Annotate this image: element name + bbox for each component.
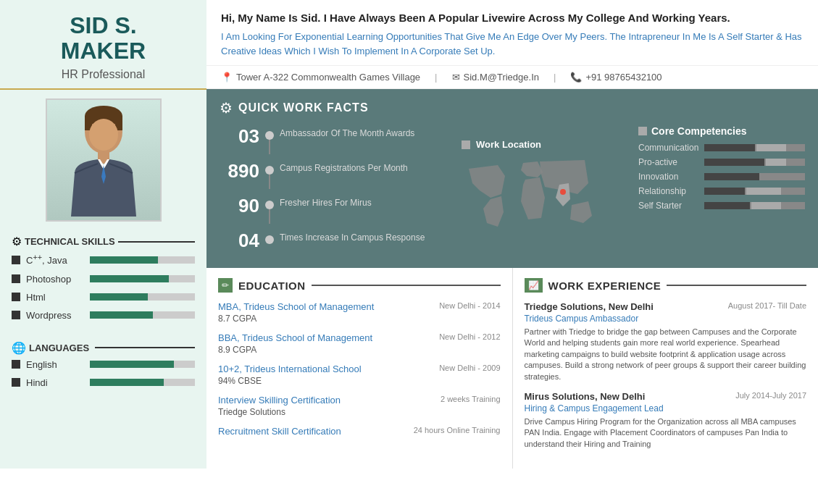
lang-item: English <box>12 359 195 370</box>
work-title-row: Triedge Solutions, New Delhi August 2017… <box>525 301 807 312</box>
edu-location: 2 weeks Training <box>441 395 501 403</box>
skill-dot <box>12 311 20 319</box>
work-location-title: Work Location <box>476 139 541 150</box>
edu-title-row: Interview Skilling Certification 2 weeks… <box>218 395 501 406</box>
work-dates: July 2014-July 2017 <box>735 391 806 400</box>
bio-description: I Am Looking For Exponential Learning Op… <box>221 30 804 58</box>
svg-point-4 <box>89 119 118 151</box>
work-role: Trideus Campus Ambassador <box>525 314 807 324</box>
contact-phone: 📞 +91 98765432100 <box>570 72 662 83</box>
contact-separator: | <box>435 72 437 83</box>
qf-stat-row: 890 Campus Registrations Per Month <box>220 160 430 189</box>
lang-bar <box>90 361 195 368</box>
work-item: Triedge Solutions, New Delhi August 2017… <box>525 301 807 382</box>
work-location-section: Work Location <box>430 125 638 258</box>
qf-number: 890 <box>220 160 259 182</box>
qf-connector <box>265 166 274 189</box>
lang-dot <box>12 378 20 387</box>
edu-title-row: Recruitment Skill Certification 24 hours… <box>218 426 501 437</box>
work-title: WORK EXPERIENCE <box>548 280 662 292</box>
qf-connector <box>265 235 274 244</box>
comp-bar <box>704 173 805 180</box>
work-company: Mirus Solutions, New Delhi <box>525 391 646 402</box>
comp-square-icon <box>638 127 647 135</box>
edu-degree: MBA, Trideus School of Management <box>218 301 374 312</box>
skill-item: C++, Java <box>12 253 195 266</box>
avatar <box>46 98 162 222</box>
comp-item: Pro-active <box>638 157 805 167</box>
qf-label: Fresher Hires For Mirus <box>280 195 372 209</box>
comp-bar <box>704 202 805 209</box>
location-square-icon <box>462 140 470 149</box>
skill-name: Photoshop <box>26 274 84 285</box>
languages-title: LANGUAGES <box>29 343 89 353</box>
world-map <box>462 154 606 241</box>
qf-label: Ambassador Of The Month Awards <box>280 125 414 140</box>
skill-item: Wordpress <box>12 310 195 321</box>
skill-bar <box>90 311 195 319</box>
skill-bar <box>90 275 195 282</box>
qf-number: 03 <box>220 125 259 148</box>
avatar-container <box>0 90 206 230</box>
skill-dot <box>12 256 20 264</box>
phone-icon: 📞 <box>570 72 582 83</box>
work-description: Partner with Triedge to bridge the gap b… <box>525 327 807 382</box>
edu-title-row: MBA, Trideus School of Management New De… <box>218 301 501 312</box>
qf-title: QUICK WORK FACTS <box>238 101 369 114</box>
qf-stats: 03 Ambassador Of The Month Awards 890 Ca… <box>220 125 430 258</box>
contact-bar: 📍 Tower A-322 Commonwealth Games Village… <box>206 65 818 89</box>
technical-skills-header: ⚙ TECHNICAL SKILLS <box>0 230 206 250</box>
main-content: Hi, My Name Is Sid. I Have Always Been A… <box>206 0 818 469</box>
comp-item: Communication <box>638 143 805 153</box>
lang-name: English <box>26 359 84 370</box>
edu-degree: 10+2, Trideus International School <box>218 364 362 374</box>
work-dates: August 2017- Till Date <box>728 301 806 310</box>
pencil-icon: ✏ <box>218 278 233 293</box>
comp-label: Self Starter <box>638 201 700 211</box>
qf-content: 03 Ambassador Of The Month Awards 890 Ca… <box>220 125 805 258</box>
sidebar-header: SID S. MAKER HR Professional <box>0 0 206 90</box>
skill-name: Html <box>26 292 84 303</box>
edu-location: New Delhi - 2009 <box>439 364 500 372</box>
languages-header: 🌐 LANGUAGES <box>0 337 206 356</box>
skill-name: C++, Java <box>26 253 84 266</box>
skill-dot <box>12 274 20 283</box>
edu-detail: 94% CBSE <box>218 376 501 386</box>
technical-skills-title: TECHNICAL SKILLS <box>25 236 115 247</box>
qf-label: Campus Registrations Per Month <box>280 160 408 175</box>
comp-label: Communication <box>638 143 700 153</box>
comp-bar <box>704 159 805 166</box>
quick-facts-section: ⚙ QUICK WORK FACTS 03 Ambassador Of The … <box>206 89 818 268</box>
edu-location: 24 hours Online Training <box>414 426 501 434</box>
work-company: Triedge Solutions, New Delhi <box>525 301 654 312</box>
lang-bar <box>90 379 195 386</box>
edu-item: MBA, Trideus School of Management New De… <box>218 301 501 324</box>
skill-bar <box>90 256 195 264</box>
bio-section: Hi, My Name Is Sid. I Have Always Been A… <box>206 0 818 65</box>
comp-bar <box>704 144 805 151</box>
skill-bar <box>90 293 195 301</box>
skill-item: Photoshop <box>12 274 195 285</box>
qf-number: 90 <box>220 195 259 217</box>
edu-item: Interview Skilling Certification 2 weeks… <box>218 395 501 417</box>
heading-divider <box>667 285 806 286</box>
work-role: Hiring & Campus Engagement Lead <box>525 403 807 413</box>
email-icon: ✉ <box>452 72 460 83</box>
qf-stat-row: 04 Times Increase In Campus Response <box>220 230 430 252</box>
edu-degree: Interview Skilling Certification <box>218 395 341 406</box>
work-item: Mirus Solutions, New Delhi July 2014-Jul… <box>525 391 807 450</box>
qf-connector <box>265 131 274 154</box>
language-icon: 🌐 <box>12 341 26 355</box>
comp-bar <box>704 188 805 195</box>
skills-list: C++, Java Photoshop Html Wordpress <box>0 250 206 336</box>
qf-number: 04 <box>220 230 259 252</box>
work-title-row: Mirus Solutions, New Delhi July 2014-Jul… <box>525 391 807 402</box>
edu-detail: 8.7 CGPA <box>218 314 501 324</box>
work-section: 📈 WORK EXPERIENCE Triedge Solutions, New… <box>513 268 819 469</box>
skill-name: Wordpress <box>26 310 84 321</box>
comp-item: Innovation <box>638 172 805 182</box>
edu-item: Recruitment Skill Certification 24 hours… <box>218 426 501 437</box>
edu-item: 10+2, Trideus International School New D… <box>218 364 501 386</box>
chart-icon: 📈 <box>525 278 543 293</box>
languages-list: English Hindi <box>0 356 206 404</box>
